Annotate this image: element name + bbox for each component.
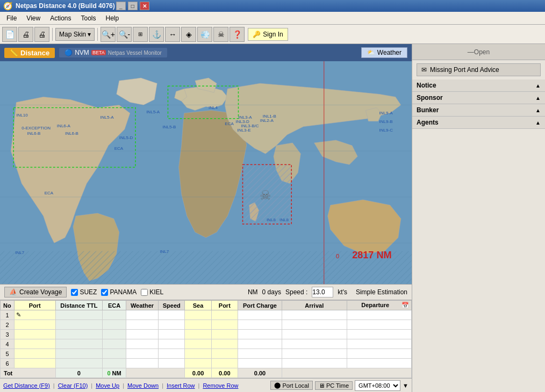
kiel-checkbox-label[interactable]: KIEL (141, 288, 163, 296)
distance-tab-label: Distance (20, 49, 49, 57)
help-button[interactable]: ❓ (230, 27, 245, 42)
voyage-info: NM 0 days Speed : kt's Simple Estimation (248, 287, 407, 297)
get-distance-button[interactable]: Get Distance (F9) (3, 382, 50, 389)
menu-actions[interactable]: Actions (46, 13, 75, 23)
close-button[interactable]: ✕ (140, 2, 149, 10)
open-label: Open (474, 48, 490, 56)
cell-speed-4 (159, 339, 185, 349)
zoom-out-button[interactable]: 🔍- (117, 27, 132, 42)
cell-arrival-4 (282, 339, 347, 349)
move-down-button[interactable]: Move Down (127, 382, 159, 389)
cell-arrival-5 (282, 349, 347, 359)
th-no: No (1, 301, 15, 310)
accordion-notice-header[interactable]: Notice ▲ (412, 79, 545, 91)
th-arrival: Arrival (282, 301, 347, 310)
zoom-fit-button[interactable]: ⊞ (133, 27, 148, 42)
print2-button[interactable]: 🖨 (34, 27, 49, 42)
cell-port-4[interactable] (14, 339, 55, 349)
app-icon: 🧭 (3, 2, 12, 10)
piracy-button[interactable]: ☠ (213, 27, 228, 42)
print-button[interactable]: 🖨 (18, 27, 33, 42)
svg-text:INL7: INL7 (15, 250, 25, 255)
kiel-checkbox[interactable] (141, 289, 148, 296)
signin-button[interactable]: 🔑 Sign In (248, 28, 288, 41)
port-local-button[interactable]: ⬤ Port Local (270, 381, 313, 390)
accordion-sponsor-header[interactable]: Sponsor ▲ (412, 92, 545, 104)
waypoint-button[interactable]: ◈ (181, 27, 196, 42)
maximize-button[interactable]: □ (128, 2, 138, 10)
suez-checkbox[interactable] (71, 289, 78, 296)
sep2 (97, 28, 98, 41)
agents-arrow-icon: ▲ (535, 120, 541, 126)
svg-text:INL4: INL4 (209, 105, 218, 110)
remove-row-button[interactable]: Remove Row (203, 382, 238, 389)
cell-port-1[interactable]: ✎ (14, 310, 55, 320)
voyage-bar: ⛵ Create Voyage SUEZ PANAMA KIEL NM 0 da… (0, 284, 412, 300)
table-row: 5 (1, 349, 412, 359)
ship-icon: ⛵ (9, 288, 17, 296)
cell-arrival-1 (282, 310, 347, 320)
create-voyage-button[interactable]: ⛵ Create Voyage (4, 287, 67, 297)
map-container[interactable]: ☠ INL1-B INL2-A INL3-A INL3-D INL3-B/C I… (0, 61, 412, 284)
bunker-label: Bunker (417, 106, 439, 114)
insert-row-button[interactable]: Insert Row (167, 382, 195, 389)
right-panel-header: — Open (412, 44, 545, 60)
move-up-button[interactable]: Move Up (96, 382, 119, 389)
accordion-notice: Notice ▲ (412, 79, 545, 92)
cell-weather-1 (126, 310, 158, 320)
total-row: Tot 0 0 NM 0.00 0.00 0.00 (1, 368, 412, 378)
mapskin-button[interactable]: Map Skin ▾ (55, 28, 95, 41)
cell-eca-2 (103, 320, 126, 330)
nvm-tab[interactable]: 🔵 NVM BETA Netpas Vessel Monitor (59, 48, 167, 57)
suez-checkbox-label[interactable]: SUEZ (71, 288, 97, 296)
new-button[interactable]: 📄 (2, 27, 17, 42)
panama-checkbox-label[interactable]: PANAMA (101, 288, 137, 296)
nvm-subtitle: Netpas Vessel Monitor (108, 50, 162, 56)
route-button[interactable]: ↔ (165, 27, 180, 42)
menu-view[interactable]: View (22, 13, 45, 23)
panama-checkbox[interactable] (101, 289, 108, 296)
map-header: 📏 Distance 🔵 NVM BETA Netpas Vessel Moni… (0, 44, 412, 61)
estimation-label: Simple Estimation (356, 288, 407, 296)
minimize-button[interactable]: _ (116, 2, 126, 10)
agents-label: Agents (417, 119, 439, 126)
tot-nm: NM (112, 370, 121, 376)
accordion-bunker-header[interactable]: Bunker ▲ (412, 104, 545, 116)
cell-port-6[interactable] (14, 359, 55, 368)
cell-port-3[interactable] (14, 330, 55, 339)
monitor-icon: 🖥 (319, 382, 325, 389)
missing-port-button[interactable]: ✉ Missing Port And Advice (417, 63, 541, 76)
gmt-select[interactable]: GMT+08:00 (355, 380, 400, 391)
menu-file[interactable]: File (2, 13, 21, 23)
cell-speed-6 (159, 359, 185, 368)
clear-button[interactable]: Clear (F10) (58, 382, 88, 389)
svg-text:INL8: INL8 (267, 217, 276, 222)
cell-port2-6 (211, 359, 238, 368)
panama-label: PANAMA (110, 288, 137, 296)
svg-text:0-EXCEPTION: 0-EXCEPTION (21, 126, 51, 130)
th-dist: Distance TTL (55, 301, 103, 310)
svg-text:0: 0 (336, 253, 339, 259)
menu-help[interactable]: Help (102, 13, 124, 23)
table-row: 4 (1, 339, 412, 349)
tot-dist: 0 (55, 368, 103, 378)
th-weather: Weather (126, 301, 158, 310)
calendar-icon[interactable]: 📅 (401, 302, 409, 309)
notice-label: Notice (417, 82, 436, 89)
days-label: 0 days (262, 288, 281, 296)
speed-input[interactable] (312, 287, 333, 297)
wind-button[interactable]: 💨 (197, 27, 212, 42)
accordion-agents-header[interactable]: Agents ▲ (412, 117, 545, 128)
zoom-in-button[interactable]: 🔍+ (101, 27, 116, 42)
svg-text:INL6-B: INL6-B (65, 131, 78, 136)
accordion-bunker: Bunker ▲ (412, 104, 545, 117)
cell-port-5[interactable] (14, 349, 55, 359)
pc-time-button[interactable]: 🖥 PC Time (315, 381, 353, 390)
weather-button[interactable]: ⛅ Weather (361, 47, 407, 58)
distance-tab[interactable]: 📏 Distance (4, 48, 55, 58)
menu-tools[interactable]: Tools (77, 13, 101, 23)
kiel-label: KIEL (149, 288, 163, 296)
cell-eca-6 (103, 359, 126, 368)
vessel-button[interactable]: ⚓ (149, 27, 164, 42)
cell-port-2[interactable] (14, 320, 55, 330)
